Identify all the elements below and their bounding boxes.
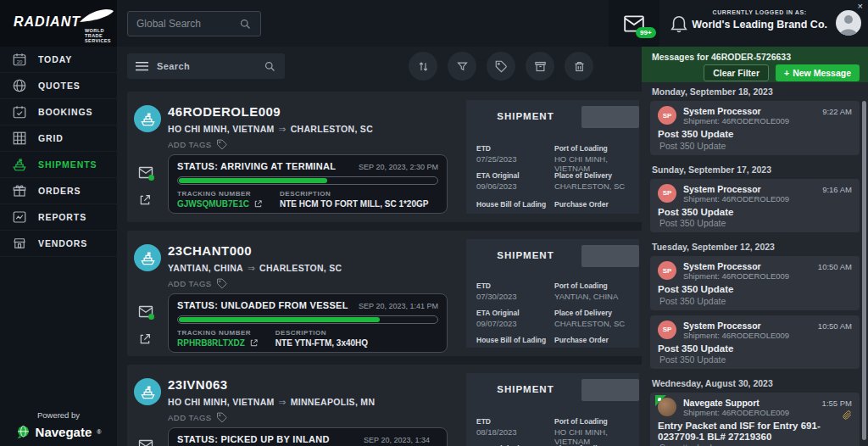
- shipment-route: HO CHI MINH, VIETNAM⇒CHARLESTON, SC: [168, 124, 373, 134]
- clear-filter-button[interactable]: Clear Filter: [704, 64, 769, 81]
- shipment-id[interactable]: 46RODEROLE009: [168, 104, 281, 119]
- calendar-icon: 20: [12, 52, 27, 67]
- leaf-icon: [658, 398, 661, 401]
- sidebar-item-vendors[interactable]: VENDORS: [0, 231, 117, 257]
- search-icon: [264, 60, 276, 73]
- add-tags-button[interactable]: ADD TAGS: [168, 412, 228, 423]
- field-purchase-order: Purchase Order: [554, 336, 639, 346]
- sidebar-item-orders[interactable]: ORDERS: [0, 178, 117, 204]
- message-item[interactable]: SP System Processor Shipment: 46RODEROLE…: [650, 315, 860, 370]
- message-item[interactable]: SP System Processor Shipment: 46RODEROLE…: [650, 179, 860, 233]
- sort-button[interactable]: [409, 52, 437, 81]
- logged-in-user[interactable]: CURRENTLY LOGGED IN AS: World's Leading …: [692, 9, 827, 31]
- field-house-bill: House Bill of Lading: [476, 336, 551, 346]
- description-label: DESCRIPTION: [280, 190, 428, 198]
- field-etd: ETD07/30/2023: [476, 282, 551, 301]
- message-title: Post 350 Update: [658, 343, 852, 354]
- message-shipment-ref: Shipment: 46RODEROLE009: [683, 408, 789, 417]
- description-block: DESCRIPTION NTE YTN-FTM, 3x40HQ: [275, 329, 368, 348]
- package-icon: [12, 183, 27, 198]
- shipment-id[interactable]: 23IVN063: [168, 377, 228, 392]
- shipment-route: YANTIAN, CHINA⇒CHARLESTON, SC: [168, 263, 342, 273]
- card-messages-button[interactable]: [138, 305, 153, 318]
- message-date-divider: Sunday, September 17, 2023: [642, 160, 868, 177]
- ship-icon: [140, 111, 156, 127]
- tracking-number-link[interactable]: GJWSQMUB7E1C: [177, 199, 263, 209]
- progress-fill: [179, 317, 380, 322]
- global-search-input[interactable]: Global Search: [127, 11, 261, 36]
- plus-icon: +: [784, 68, 789, 78]
- tag-button[interactable]: [487, 52, 515, 81]
- status-label: STATUS: UNLOADED FROM VESSEL: [177, 300, 348, 310]
- sidebar-item-shipments[interactable]: SHIPMENTS: [0, 152, 117, 178]
- sidebar-label: REPORTS: [38, 212, 86, 222]
- person-icon: [836, 10, 861, 36]
- messages-scrollbar[interactable]: [862, 101, 866, 440]
- archive-button[interactable]: [526, 52, 554, 81]
- route-arrow-icon: ⇒: [275, 124, 291, 134]
- registered-mark: ®: [97, 429, 101, 435]
- sidebar-item-quotes[interactable]: QUOTES: [0, 73, 117, 99]
- message-item[interactable]: Navegate Support Shipment: 46RODEROLE009…: [650, 393, 860, 446]
- shipment-id[interactable]: 23CHANT000: [168, 243, 252, 258]
- sidebar-label: VENDORS: [38, 238, 87, 248]
- sender-name: System Processor: [683, 106, 789, 116]
- sidebar-item-bookings[interactable]: BOOKINGS: [0, 99, 117, 125]
- message-subtitle: Post 350 Update: [659, 297, 852, 306]
- open-shipment-button[interactable]: [138, 332, 152, 346]
- sender-avatar-photo: [658, 398, 676, 416]
- sidebar-label: QUOTES: [38, 81, 81, 91]
- add-tags-label: ADD TAGS: [168, 279, 212, 288]
- message-shipment-ref: Shipment: 46RODEROLE009: [683, 116, 789, 125]
- message-title: Post 350 Update: [658, 207, 852, 218]
- sender-name: Navegate Support: [683, 398, 789, 408]
- message-subtitle: Post 350 Update: [659, 142, 852, 151]
- messages-toggle-button[interactable]: 99+: [609, 0, 659, 47]
- field-eta-original: ETA Original09/07/2023: [476, 309, 551, 328]
- notifications-button[interactable]: [670, 14, 688, 34]
- route-arrow-icon: ⇒: [275, 397, 291, 407]
- new-message-button[interactable]: +New Message: [776, 64, 860, 81]
- shipment-panel-tab[interactable]: [581, 106, 639, 128]
- tracking-block: TRACKING NUMBER GJWSQMUB7E1C: [177, 190, 263, 209]
- user-avatar[interactable]: [836, 10, 861, 36]
- filter-button[interactable]: [448, 52, 476, 81]
- add-tags-label: ADD TAGS: [168, 413, 212, 422]
- card-messages-button[interactable]: [138, 439, 153, 446]
- sidebar-item-today[interactable]: 20 TODAY: [0, 47, 117, 73]
- sender-avatar: SP: [658, 184, 676, 203]
- open-shipment-button[interactable]: [138, 193, 152, 207]
- storefront-icon: [12, 236, 27, 251]
- shipment-panel-tab[interactable]: [581, 245, 639, 267]
- sender-avatar: SP: [658, 261, 676, 280]
- sidebar-label: ORDERS: [38, 186, 81, 196]
- trash-button[interactable]: [565, 52, 593, 81]
- globe-icon: [12, 78, 27, 93]
- field-place-of-delivery: Place of DeliveryCHARLESTON, SC: [554, 171, 639, 191]
- add-tags-button[interactable]: ADD TAGS: [168, 278, 228, 289]
- sidebar-item-grid[interactable]: GRID: [0, 125, 117, 152]
- route-origin: HO CHI MINH, VIETNAM: [168, 124, 275, 134]
- sidebar-item-reports[interactable]: REPORTS: [0, 204, 117, 231]
- unread-dot: [148, 175, 154, 181]
- message-title: Post 350 Update: [658, 284, 852, 295]
- powered-by-label: Powered by: [0, 410, 117, 420]
- description-value: NTE HCM TO FORT MILL, SC 1*20GP: [280, 199, 428, 209]
- status-timestamp: SEP 20, 2023, 2:30 PM: [359, 163, 438, 171]
- message-title: Entry Packet and ISF for Entry 691-02377…: [658, 421, 852, 442]
- shipment-card[interactable]: 23CHANT000 YANTIAN, CHINA⇒CHARLESTON, SC…: [127, 231, 648, 356]
- ship-icon: [12, 157, 27, 172]
- shipment-card[interactable]: 46RODEROLE009 HO CHI MINH, VIETNAM⇒CHARL…: [127, 92, 648, 222]
- card-messages-button[interactable]: [138, 166, 153, 179]
- message-shipment-ref: Shipment: 46RODEROLE009: [683, 271, 789, 281]
- sender-avatar: SP: [658, 106, 676, 125]
- message-item[interactable]: SP System Processor Shipment: 46RODEROLE…: [650, 101, 860, 155]
- shipment-panel-tab[interactable]: [581, 379, 639, 401]
- shipment-card[interactable]: 23IVN063 HO CHI MINH, VIETNAM⇒MINNEAPOLI…: [127, 365, 648, 446]
- tracking-number-link[interactable]: RPHRB8RLTXDZ: [177, 338, 259, 348]
- message-item[interactable]: SP System Processor Shipment: 46RODEROLE…: [650, 256, 860, 310]
- menu-icon[interactable]: [136, 61, 148, 71]
- close-icon[interactable]: ×: [858, 1, 863, 11]
- add-tags-button[interactable]: ADD TAGS: [168, 139, 228, 150]
- list-search-input[interactable]: Search: [127, 53, 285, 79]
